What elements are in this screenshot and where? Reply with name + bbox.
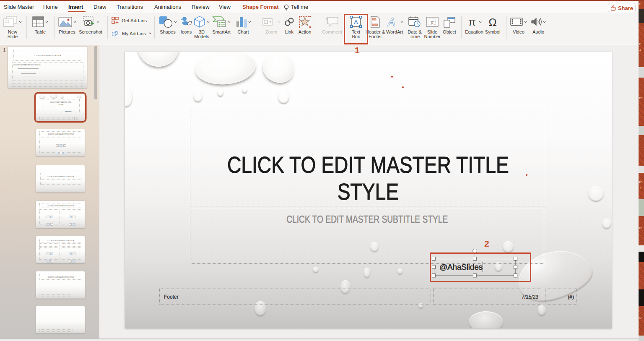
symbol-icon: Ω [487,16,498,27]
menubar: Slide Master Home Insert Draw Transition… [0,1,638,13]
menu-view[interactable]: View [219,4,231,10]
ribbon-symbol[interactable]: Ω Symbol [483,15,502,34]
menu-home[interactable]: Home [43,4,58,10]
header-footer-label: Header & Footer [366,30,385,39]
slide-thumbnail-7[interactable]: CLICK TO EDIT MASTER TITLE STYLE [36,271,85,299]
date-time-label: Date & Time [408,30,422,39]
title-placeholder[interactable]: CLICK TO EDIT MASTER TITLE STYLE [190,105,546,206]
annotation-box-1 [344,14,368,44]
ribbon-equation[interactable]: π Equation [463,15,486,34]
water-drop [397,268,402,274]
share-button[interactable]: Share [608,3,636,13]
ribbon-action[interactable]: Action [296,15,314,34]
ribbon-zoom: Zoom [262,15,281,34]
chevron-down-icon [248,21,251,23]
chart-label: Chart [238,30,249,34]
ribbon-table[interactable]: Table [31,15,49,34]
ribbon-slide-number[interactable]: # Slide Number [423,15,442,39]
slide-thumbnail-3[interactable]: CLICK TO EDIT MASTER TITLE STYLE [36,129,85,156]
ribbon-pictures[interactable]: Pictures [55,15,79,34]
video-label: Video [513,30,525,34]
video-icon [510,17,523,27]
menu-review[interactable]: Review [192,4,210,10]
water-drop [217,89,223,96]
ribbon-date-time[interactable]: Date & Time [405,15,424,39]
ribbon-smartart[interactable]: SmartArt [210,15,233,34]
annotation-number-1: 1 [355,45,360,55]
thumb-title: CLICK TO EDIT MASTER TITLE STYLE [42,99,79,106]
ribbon-icons[interactable]: Icons [179,15,193,34]
svg-text:Ω: Ω [488,16,496,27]
ribbon-chart[interactable]: Chart [234,15,252,34]
ribbon-video[interactable]: Video [510,15,527,34]
chevron-down-icon [479,21,482,23]
screenshot-icon [82,16,95,28]
thumbnail-number: 1 [3,47,6,53]
ribbon-comment: Comment [320,15,344,34]
icons-label: Icons [181,30,192,34]
chevron-down-icon [400,21,403,23]
chevron-down-icon [543,21,546,23]
wordart-icon: A [386,16,399,28]
slide-thumbnail-5[interactable]: CLICK TO EDIT MASTER TITLE STYLE [36,200,85,228]
water-drop [538,305,546,315]
ribbon-new-slide[interactable]: New Slide [3,15,22,39]
chevron-down-icon [174,21,177,23]
share-icon [610,5,616,11]
ribbon-object[interactable]: Object [441,15,458,34]
date-placeholder[interactable]: 7/15/23 [433,289,542,305]
slide-thumbnail-master[interactable]: CLICK TO EDIT MASTER TITLE STYLE CLICK T… [8,46,87,89]
ribbon-shapes[interactable]: Shapes [158,15,177,34]
date-text: 7/15/23 [522,294,538,300]
thumb-title: CLICK TO EDIT MASTER TITLE STYLE [41,173,81,180]
slide-thumbnail-4[interactable]: CLICK TO EDIT MASTER TITLE STYLE CLICK T… [36,165,85,193]
chevron-down-icon [96,21,99,23]
menu-animations[interactable]: Animations [154,4,181,10]
menu-tell-me[interactable]: Tell me [291,4,308,10]
menu-draw[interactable]: Draw [93,4,106,10]
thumb-title: CLICK TO EDIT MASTER TITLE STYLE [14,50,82,61]
comment-label: Comment [322,30,342,34]
thumbnail-pane: 1 CLICK TO EDIT MASTER TITLE STYLE CLICK… [0,45,99,338]
chevron-down-icon [45,21,48,23]
water-drop [588,186,604,201]
ribbon-3d-models[interactable]: 3D Models [192,15,211,39]
new-slide-label: New Slide [8,30,18,39]
chevron-down-icon [278,21,280,23]
ribbon-my-addins[interactable]: My Add-ins [112,30,152,36]
slide-thumbnail-6[interactable]: CLICK TO EDIT MASTER TITLE STYLE [36,236,85,263]
annotation-number-2: 2 [484,239,489,249]
footer-placeholder[interactable]: Footer [159,289,431,305]
zoom-icon [262,17,276,27]
ribbon-wordart[interactable]: A WordArt [384,15,405,34]
ribbon-link[interactable]: Link [283,15,296,34]
window-top-accent [0,0,644,1]
water-drop [242,87,247,93]
ribbon-screenshot[interactable]: Screenshot [77,15,104,34]
3d-models-label: 3D Models [194,30,209,39]
menu-shape-format[interactable]: Shape Format [242,4,279,10]
comment-icon [326,16,338,28]
ribbon-audio[interactable]: Audio [530,15,547,34]
action-icon [299,16,311,28]
date-time-icon [408,16,421,28]
menu-transitions[interactable]: Transitions [117,4,143,10]
new-slide-icon [3,16,18,28]
sidebar-scrollbar[interactable] [94,46,97,99]
menu-insert[interactable]: Insert [68,4,83,10]
editing-canvas: CLICK TO EDIT MASTER TITLE STYLE CLICK T… [99,45,639,338]
slide-thumbnail-8[interactable] [36,306,85,333]
slide-thumbnail-selected[interactable]: CLICK TO EDIT MASTER TITLE STYLE CLICK T… [36,94,85,121]
menu-slide-master[interactable]: Slide Master [4,4,34,10]
ribbon-get-addins[interactable]: Get Add-ins [112,17,147,24]
audio-label: Audio [532,30,544,34]
status-bar [0,338,639,341]
action-label: Action [299,30,312,34]
my-addins-icon [112,30,119,36]
zoom-label: Zoom [265,30,277,34]
water-drop [602,219,611,229]
shapes-icon [159,16,173,28]
slide-number-icon: # [426,17,439,27]
slide-editing-area[interactable]: CLICK TO EDIT MASTER TITLE STYLE CLICK T… [125,52,612,328]
slide-number-placeholder[interactable]: (#) [545,289,576,305]
